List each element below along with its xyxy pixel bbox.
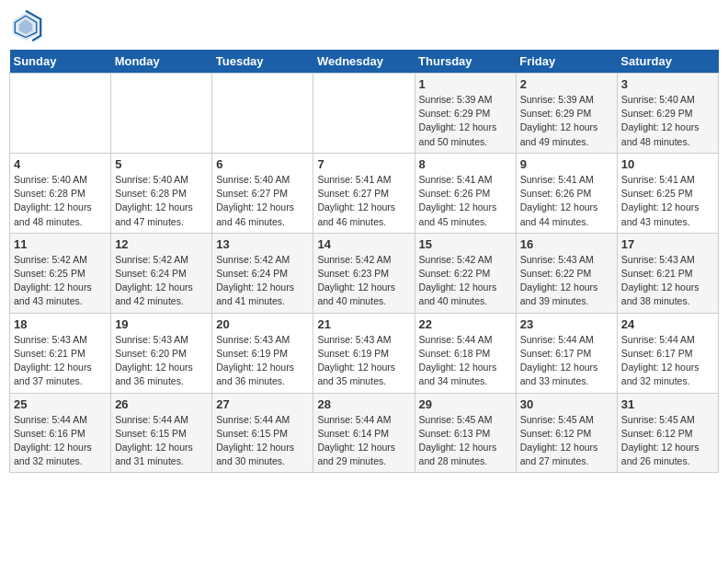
calendar-table: SundayMondayTuesdayWednesdayThursdayFrid… bbox=[9, 50, 719, 473]
day-info: Sunrise: 5:43 AM Sunset: 6:21 PM Dayligh… bbox=[621, 253, 714, 309]
day-cell bbox=[111, 74, 212, 154]
column-header-monday: Monday bbox=[111, 50, 212, 74]
day-info: Sunrise: 5:41 AM Sunset: 6:26 PM Dayligh… bbox=[419, 173, 512, 229]
day-cell: 17Sunrise: 5:43 AM Sunset: 6:21 PM Dayli… bbox=[617, 233, 718, 313]
day-cell bbox=[313, 74, 415, 154]
day-cell: 19Sunrise: 5:43 AM Sunset: 6:20 PM Dayli… bbox=[111, 313, 212, 393]
day-cell: 11Sunrise: 5:42 AM Sunset: 6:25 PM Dayli… bbox=[10, 233, 111, 313]
day-info: Sunrise: 5:44 AM Sunset: 6:16 PM Dayligh… bbox=[14, 413, 107, 469]
day-info: Sunrise: 5:39 AM Sunset: 6:29 PM Dayligh… bbox=[520, 93, 613, 149]
week-row-5: 25Sunrise: 5:44 AM Sunset: 6:16 PM Dayli… bbox=[10, 393, 719, 473]
day-number: 6 bbox=[216, 157, 309, 171]
week-row-4: 18Sunrise: 5:43 AM Sunset: 6:21 PM Dayli… bbox=[10, 313, 719, 393]
day-number: 18 bbox=[14, 317, 107, 331]
day-number: 15 bbox=[419, 237, 512, 251]
day-info: Sunrise: 5:41 AM Sunset: 6:25 PM Dayligh… bbox=[621, 173, 714, 229]
day-number: 1 bbox=[419, 77, 512, 91]
day-number: 5 bbox=[115, 157, 208, 171]
day-number: 17 bbox=[621, 237, 714, 251]
day-number: 23 bbox=[520, 317, 613, 331]
day-number: 3 bbox=[621, 77, 714, 91]
column-header-thursday: Thursday bbox=[415, 50, 516, 74]
day-info: Sunrise: 5:44 AM Sunset: 6:15 PM Dayligh… bbox=[115, 413, 208, 469]
day-info: Sunrise: 5:44 AM Sunset: 6:15 PM Dayligh… bbox=[216, 413, 309, 469]
day-cell bbox=[212, 74, 313, 154]
day-cell bbox=[10, 74, 111, 154]
day-cell: 30Sunrise: 5:45 AM Sunset: 6:12 PM Dayli… bbox=[516, 393, 617, 473]
logo-icon bbox=[9, 9, 42, 42]
week-row-3: 11Sunrise: 5:42 AM Sunset: 6:25 PM Dayli… bbox=[10, 233, 719, 313]
day-cell: 22Sunrise: 5:44 AM Sunset: 6:18 PM Dayli… bbox=[415, 313, 516, 393]
day-info: Sunrise: 5:39 AM Sunset: 6:29 PM Dayligh… bbox=[419, 93, 512, 149]
column-header-saturday: Saturday bbox=[617, 50, 718, 74]
header-row: SundayMondayTuesdayWednesdayThursdayFrid… bbox=[10, 50, 719, 74]
day-number: 21 bbox=[317, 317, 410, 331]
day-cell: 9Sunrise: 5:41 AM Sunset: 6:26 PM Daylig… bbox=[516, 153, 617, 233]
day-number: 8 bbox=[419, 157, 512, 171]
day-cell: 7Sunrise: 5:41 AM Sunset: 6:27 PM Daylig… bbox=[313, 153, 415, 233]
day-number: 16 bbox=[520, 237, 613, 251]
day-info: Sunrise: 5:45 AM Sunset: 6:12 PM Dayligh… bbox=[621, 413, 714, 469]
day-number: 30 bbox=[520, 397, 613, 411]
day-number: 13 bbox=[216, 237, 309, 251]
column-header-sunday: Sunday bbox=[10, 50, 111, 74]
day-number: 19 bbox=[115, 317, 208, 331]
day-info: Sunrise: 5:44 AM Sunset: 6:17 PM Dayligh… bbox=[621, 333, 714, 389]
day-number: 22 bbox=[419, 317, 512, 331]
day-info: Sunrise: 5:43 AM Sunset: 6:20 PM Dayligh… bbox=[115, 333, 208, 389]
day-cell: 31Sunrise: 5:45 AM Sunset: 6:12 PM Dayli… bbox=[617, 393, 718, 473]
day-info: Sunrise: 5:44 AM Sunset: 6:14 PM Dayligh… bbox=[317, 413, 410, 469]
day-info: Sunrise: 5:42 AM Sunset: 6:23 PM Dayligh… bbox=[317, 253, 410, 309]
day-info: Sunrise: 5:44 AM Sunset: 6:17 PM Dayligh… bbox=[520, 333, 613, 389]
logo bbox=[9, 9, 46, 42]
day-number: 29 bbox=[419, 397, 512, 411]
day-cell: 2Sunrise: 5:39 AM Sunset: 6:29 PM Daylig… bbox=[516, 74, 617, 154]
day-number: 10 bbox=[621, 157, 714, 171]
day-cell: 24Sunrise: 5:44 AM Sunset: 6:17 PM Dayli… bbox=[617, 313, 718, 393]
day-info: Sunrise: 5:45 AM Sunset: 6:13 PM Dayligh… bbox=[419, 413, 512, 469]
day-number: 7 bbox=[317, 157, 410, 171]
day-info: Sunrise: 5:41 AM Sunset: 6:26 PM Dayligh… bbox=[520, 173, 613, 229]
column-header-tuesday: Tuesday bbox=[212, 50, 313, 74]
day-number: 28 bbox=[317, 397, 410, 411]
day-number: 24 bbox=[621, 317, 714, 331]
week-row-2: 4Sunrise: 5:40 AM Sunset: 6:28 PM Daylig… bbox=[10, 153, 719, 233]
day-number: 11 bbox=[14, 237, 107, 251]
day-info: Sunrise: 5:43 AM Sunset: 6:22 PM Dayligh… bbox=[520, 253, 613, 309]
day-cell: 1Sunrise: 5:39 AM Sunset: 6:29 PM Daylig… bbox=[415, 74, 516, 154]
day-cell: 20Sunrise: 5:43 AM Sunset: 6:19 PM Dayli… bbox=[212, 313, 313, 393]
day-number: 31 bbox=[621, 397, 714, 411]
day-cell: 10Sunrise: 5:41 AM Sunset: 6:25 PM Dayli… bbox=[617, 153, 718, 233]
day-info: Sunrise: 5:43 AM Sunset: 6:19 PM Dayligh… bbox=[317, 333, 410, 389]
day-cell: 3Sunrise: 5:40 AM Sunset: 6:29 PM Daylig… bbox=[617, 74, 718, 154]
day-info: Sunrise: 5:40 AM Sunset: 6:27 PM Dayligh… bbox=[216, 173, 309, 229]
day-cell: 18Sunrise: 5:43 AM Sunset: 6:21 PM Dayli… bbox=[10, 313, 111, 393]
day-info: Sunrise: 5:43 AM Sunset: 6:19 PM Dayligh… bbox=[216, 333, 309, 389]
day-cell: 21Sunrise: 5:43 AM Sunset: 6:19 PM Dayli… bbox=[313, 313, 415, 393]
day-cell: 28Sunrise: 5:44 AM Sunset: 6:14 PM Dayli… bbox=[313, 393, 415, 473]
week-row-1: 1Sunrise: 5:39 AM Sunset: 6:29 PM Daylig… bbox=[10, 74, 719, 154]
day-cell: 5Sunrise: 5:40 AM Sunset: 6:28 PM Daylig… bbox=[111, 153, 212, 233]
day-info: Sunrise: 5:40 AM Sunset: 6:29 PM Dayligh… bbox=[621, 93, 714, 149]
day-cell: 6Sunrise: 5:40 AM Sunset: 6:27 PM Daylig… bbox=[212, 153, 313, 233]
day-cell: 23Sunrise: 5:44 AM Sunset: 6:17 PM Dayli… bbox=[516, 313, 617, 393]
day-cell: 4Sunrise: 5:40 AM Sunset: 6:28 PM Daylig… bbox=[10, 153, 111, 233]
column-header-wednesday: Wednesday bbox=[313, 50, 415, 74]
day-info: Sunrise: 5:43 AM Sunset: 6:21 PM Dayligh… bbox=[14, 333, 107, 389]
day-cell: 14Sunrise: 5:42 AM Sunset: 6:23 PM Dayli… bbox=[313, 233, 415, 313]
day-cell: 26Sunrise: 5:44 AM Sunset: 6:15 PM Dayli… bbox=[111, 393, 212, 473]
day-info: Sunrise: 5:40 AM Sunset: 6:28 PM Dayligh… bbox=[115, 173, 208, 229]
day-info: Sunrise: 5:42 AM Sunset: 6:22 PM Dayligh… bbox=[419, 253, 512, 309]
day-cell: 13Sunrise: 5:42 AM Sunset: 6:24 PM Dayli… bbox=[212, 233, 313, 313]
day-info: Sunrise: 5:42 AM Sunset: 6:24 PM Dayligh… bbox=[115, 253, 208, 309]
day-number: 20 bbox=[216, 317, 309, 331]
day-cell: 25Sunrise: 5:44 AM Sunset: 6:16 PM Dayli… bbox=[10, 393, 111, 473]
day-info: Sunrise: 5:40 AM Sunset: 6:28 PM Dayligh… bbox=[14, 173, 107, 229]
day-number: 4 bbox=[14, 157, 107, 171]
day-number: 26 bbox=[115, 397, 208, 411]
day-cell: 12Sunrise: 5:42 AM Sunset: 6:24 PM Dayli… bbox=[111, 233, 212, 313]
day-cell: 27Sunrise: 5:44 AM Sunset: 6:15 PM Dayli… bbox=[212, 393, 313, 473]
page-header bbox=[9, 9, 719, 42]
day-cell: 8Sunrise: 5:41 AM Sunset: 6:26 PM Daylig… bbox=[415, 153, 516, 233]
day-number: 14 bbox=[317, 237, 410, 251]
